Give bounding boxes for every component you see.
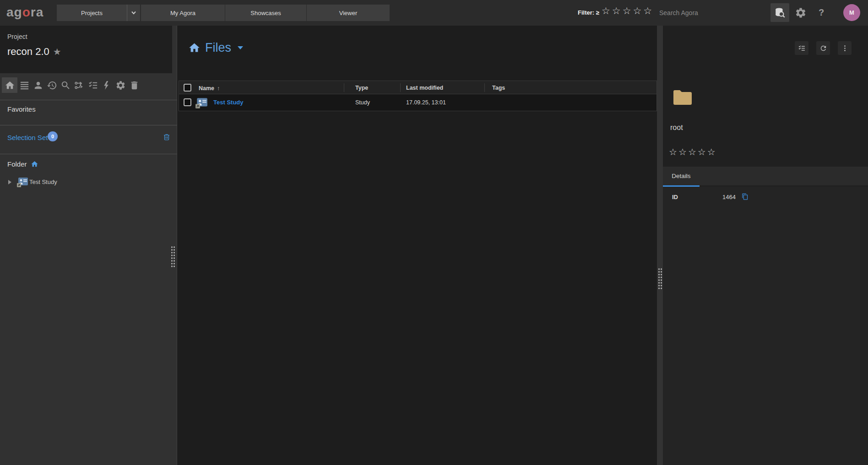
help-button[interactable]: ?	[819, 7, 824, 18]
divider	[0, 125, 177, 125]
selection-set-row[interactable]: Selection Set 0	[0, 129, 177, 149]
study-icon	[195, 97, 208, 109]
files-table-header: Name↑ Type Last modified Tags	[179, 81, 656, 94]
column-header-type[interactable]: Type	[355, 85, 368, 91]
files-main-area: Files Name↑ Type Last modified Tags	[178, 26, 657, 465]
column-header-tags[interactable]: Tags	[492, 85, 505, 91]
star-outline-icon[interactable]: ☆	[602, 5, 612, 16]
column-name-label: Name	[199, 85, 214, 92]
nav-viewer-button[interactable]: Viewer	[307, 5, 390, 21]
trash-icon	[129, 80, 140, 91]
divider	[0, 100, 177, 100]
nav-my-agora-button[interactable]: My Agora	[141, 5, 225, 21]
star-outline-icon[interactable]: ☆	[623, 5, 633, 16]
view-title[interactable]: Files	[205, 41, 231, 55]
chevron-down-icon	[131, 11, 136, 15]
refresh-icon	[819, 44, 827, 52]
checklist-icon	[798, 44, 806, 52]
logo-accent: o	[22, 5, 31, 19]
view-dropdown-caret-icon[interactable]	[238, 46, 243, 49]
view-selector[interactable]: Files	[188, 39, 243, 56]
column-header-modified[interactable]: Last modified	[406, 85, 443, 91]
database-search-button[interactable]	[770, 3, 789, 22]
expand-arrow-icon[interactable]	[8, 180, 11, 184]
refresh-button[interactable]	[816, 41, 830, 55]
detail-field-id: ID 1464	[663, 187, 868, 207]
members-button[interactable]	[31, 77, 45, 93]
column-divider[interactable]	[344, 83, 344, 92]
tree-item-test-study[interactable]: Test Study	[0, 176, 177, 189]
checklist-icon	[88, 80, 98, 91]
details-panel: root ☆☆☆☆☆ Details ID 1464	[663, 26, 868, 465]
clear-selection-button[interactable]	[163, 133, 171, 141]
study-icon	[16, 177, 28, 188]
divider	[0, 154, 177, 154]
project-name-text: recon 2.0	[7, 46, 49, 57]
lightning-icon	[102, 80, 112, 91]
home-icon[interactable]	[31, 160, 38, 168]
tree-item-label[interactable]: Test Study	[29, 178, 57, 185]
item-rating-stars[interactable]: ☆☆☆☆☆	[669, 146, 717, 157]
panel-resize-handle[interactable]	[657, 267, 662, 289]
projects-dropdown-button[interactable]	[127, 5, 140, 21]
home-icon	[188, 42, 201, 54]
panel-resize-splitter[interactable]	[657, 26, 663, 465]
select-all-checkbox[interactable]	[184, 84, 191, 92]
nav-projects-button[interactable]: Projects	[57, 5, 127, 21]
star-outline-icon[interactable]: ☆	[678, 147, 688, 157]
selected-item-name: root	[670, 124, 683, 132]
tasks-button[interactable]	[86, 77, 100, 93]
sidebar-resize-handle[interactable]	[170, 245, 175, 267]
rating-filter-label: Filter: ≥	[578, 9, 599, 16]
star-outline-icon[interactable]: ☆	[669, 147, 678, 157]
star-outline-icon[interactable]: ☆	[643, 5, 654, 16]
kebab-menu-icon	[841, 44, 849, 52]
select-columns-button[interactable]	[795, 41, 808, 55]
row-name-link[interactable]: Test Study	[213, 99, 244, 106]
details-tab-content: ID 1464	[663, 187, 868, 465]
folder-icon	[672, 88, 693, 106]
history-icon	[47, 80, 57, 91]
star-outline-icon[interactable]: ☆	[633, 5, 643, 16]
selection-set-label[interactable]: Selection Set	[7, 134, 48, 141]
project-settings-button[interactable]	[114, 77, 127, 93]
copy-id-button[interactable]	[742, 193, 749, 200]
more-options-button[interactable]	[838, 41, 852, 55]
panel-toolbar	[795, 41, 852, 55]
project-header: Project recon 2.0★	[0, 26, 172, 73]
settings-button[interactable]	[795, 7, 807, 19]
rating-filter-stars[interactable]: ☆☆☆☆☆	[602, 5, 654, 16]
user-avatar[interactable]: M	[843, 4, 860, 21]
panel-tab-bar: Details	[663, 167, 868, 185]
tab-details[interactable]: Details	[663, 167, 700, 185]
menu-button[interactable]	[17, 77, 31, 93]
agora-logo[interactable]: agora	[6, 5, 43, 20]
sort-ascending-icon[interactable]: ↑	[217, 85, 220, 92]
files-table: Name↑ Type Last modified Tags Test Study…	[179, 81, 657, 111]
star-outline-icon[interactable]: ☆	[707, 147, 717, 157]
column-divider[interactable]	[400, 83, 401, 92]
logo-text: ag	[6, 5, 22, 19]
id-field-value: 1464	[722, 194, 736, 200]
gear-icon	[795, 7, 807, 19]
search-input[interactable]	[659, 6, 758, 19]
database-search-icon	[774, 7, 786, 19]
column-header-name[interactable]: Name↑	[199, 85, 220, 92]
star-outline-icon[interactable]: ☆	[612, 5, 623, 16]
row-checkbox[interactable]	[184, 98, 191, 106]
menu-icon	[19, 80, 30, 91]
folder-heading-label: Folder	[7, 160, 27, 168]
table-row[interactable]: Test Study Study 17.09.25, 13:01	[179, 94, 656, 111]
star-outline-icon[interactable]: ☆	[688, 147, 698, 157]
workflow-button[interactable]	[72, 77, 86, 93]
activity-button[interactable]	[100, 77, 114, 93]
home-button[interactable]	[2, 77, 17, 93]
search-button[interactable]	[59, 77, 72, 93]
star-outline-icon[interactable]: ☆	[698, 147, 707, 157]
delete-button[interactable]	[127, 77, 141, 93]
id-field-label: ID	[672, 194, 678, 200]
nav-showcases-button[interactable]: Showcases	[225, 5, 306, 21]
history-button[interactable]	[45, 77, 59, 93]
project-star-icon[interactable]: ★	[53, 47, 61, 57]
column-divider[interactable]	[484, 83, 485, 92]
